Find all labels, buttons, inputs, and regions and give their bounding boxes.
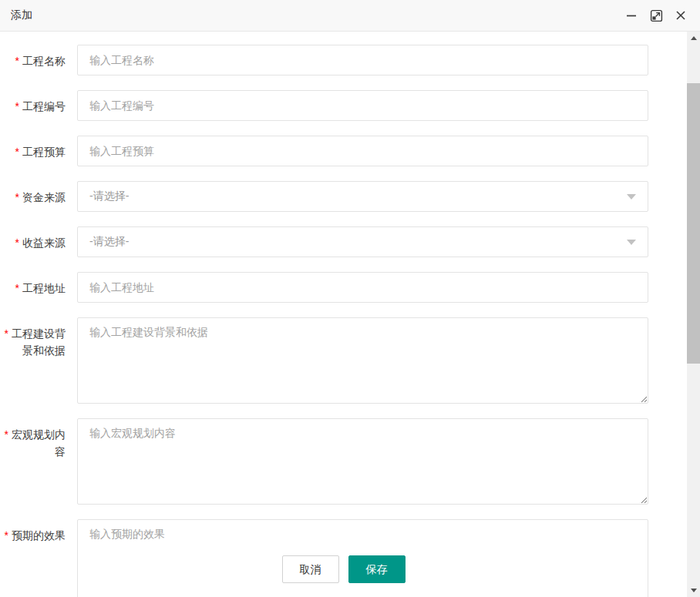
field-label: *工程地址 (0, 272, 77, 303)
required-asterisk: * (15, 191, 19, 203)
dialog-body: *工程名称 *工程编号 *工程预算 *资金来源 -请选择- *收益来源 -请选择… (0, 32, 700, 597)
select-value: -请选择- (89, 235, 129, 249)
form-row-funding-source: *资金来源 -请选择- (0, 181, 700, 212)
minimize-icon[interactable] (624, 8, 638, 22)
close-icon[interactable] (674, 8, 688, 22)
field-control: -请选择- (77, 181, 648, 212)
field-control: -请选择- (77, 226, 648, 257)
macro-planning-content-textarea[interactable] (77, 418, 648, 505)
field-label-text: 工程地址 (22, 282, 66, 294)
window-controls (624, 8, 688, 22)
field-label: *工程名称 (0, 45, 77, 75)
required-asterisk: * (15, 55, 19, 67)
required-asterisk: * (5, 327, 8, 340)
field-control (77, 418, 648, 505)
project-name-input[interactable] (77, 45, 648, 75)
field-control (77, 272, 648, 303)
footer-buttons: 取消 保存 (0, 555, 687, 583)
field-label: *工程建设背景和依据 (0, 317, 77, 404)
save-button[interactable]: 保存 (348, 555, 406, 583)
field-label-text: 工程编号 (22, 100, 66, 112)
field-label-text: 预期的效果 (12, 529, 66, 542)
funding-source-select[interactable]: -请选择- (77, 181, 648, 212)
required-asterisk: * (5, 529, 8, 542)
field-label-text: 宏观规划内容 (12, 428, 66, 458)
form-row-project-budget: *工程预算 (0, 136, 700, 166)
required-asterisk: * (15, 282, 19, 294)
field-label-text: 资金来源 (22, 191, 66, 203)
form-row-macro-planning-content: *宏观规划内容 (0, 418, 700, 505)
cancel-button[interactable]: 取消 (282, 555, 339, 583)
form-row-project-name: *工程名称 (0, 45, 700, 75)
form-row-project-address: *工程地址 (0, 272, 700, 303)
form-row-project-code: *工程编号 (0, 90, 700, 121)
construction-background-textarea[interactable] (77, 317, 648, 404)
field-label-text: 工程建设背景和依据 (12, 327, 66, 357)
field-label-text: 收益来源 (22, 236, 66, 249)
field-label: *工程预算 (0, 136, 77, 166)
chevron-down-icon (627, 194, 636, 200)
field-control (77, 90, 648, 121)
project-code-input[interactable] (77, 90, 648, 121)
income-source-select[interactable]: -请选择- (77, 226, 648, 257)
select-value: -请选择- (89, 189, 129, 203)
scroll-down-icon[interactable] (687, 584, 700, 597)
form-row-income-source: *收益来源 -请选择- (0, 226, 700, 257)
scroll-up-icon[interactable] (687, 32, 700, 45)
scrollbar[interactable] (687, 32, 700, 597)
form-row-construction-background: *工程建设背景和依据 (0, 317, 700, 404)
form-rows: *工程名称 *工程编号 *工程预算 *资金来源 -请选择- *收益来源 -请选择… (0, 45, 700, 597)
required-asterisk: * (15, 236, 19, 249)
chevron-down-icon (627, 240, 636, 245)
project-budget-input[interactable] (77, 136, 648, 166)
field-control (77, 317, 648, 404)
required-asterisk: * (15, 100, 19, 112)
field-label: *收益来源 (0, 226, 77, 257)
required-asterisk: * (15, 146, 19, 158)
scrollbar-thumb[interactable] (687, 83, 700, 364)
field-label: *工程编号 (0, 90, 77, 121)
field-label: *宏观规划内容 (0, 418, 77, 505)
required-asterisk: * (5, 428, 8, 441)
field-label-text: 工程预算 (22, 146, 66, 158)
dialog-title: 添加 (11, 8, 32, 22)
dialog-titlebar: 添加 (0, 0, 700, 32)
field-control (77, 136, 648, 166)
field-label: *资金来源 (0, 181, 77, 212)
field-label-text: 工程名称 (22, 55, 66, 67)
add-dialog: 添加 (0, 0, 700, 597)
field-control (77, 45, 648, 75)
maximize-icon[interactable] (649, 8, 663, 22)
project-address-input[interactable] (77, 272, 648, 303)
